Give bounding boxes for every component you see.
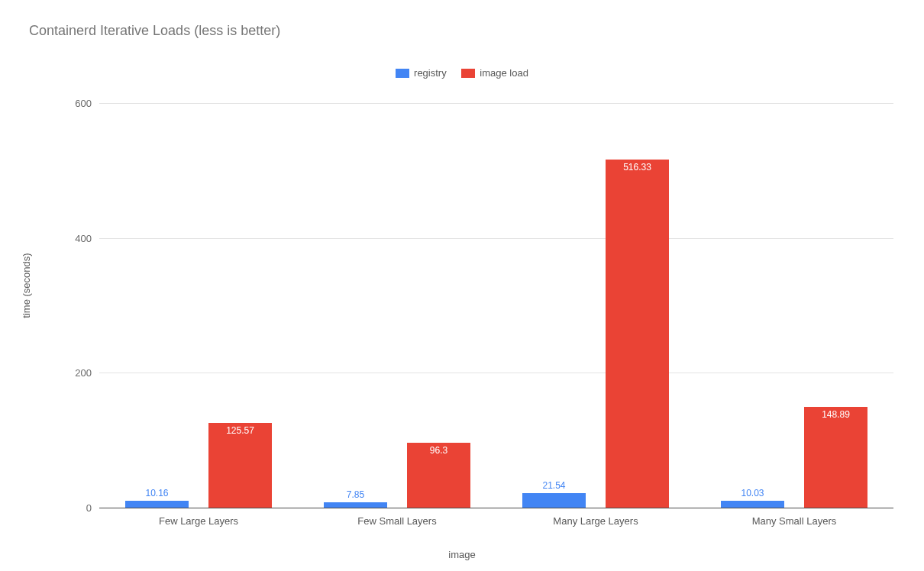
y-tick-label: 600 [61, 98, 92, 109]
legend-swatch-image-load [461, 69, 475, 78]
chart-container: Containerd Iterative Loads (less is bett… [0, 0, 924, 571]
bar-image-load: 148.89 [804, 407, 867, 508]
x-axis-title: image [0, 549, 924, 560]
bar-group: Few Large Layers10.16125.57 [99, 103, 298, 508]
bar-registry: 21.54 [522, 493, 586, 508]
legend-label-registry: registry [414, 67, 447, 79]
bar-value-label: 10.16 [125, 489, 189, 498]
bar-group: Few Small Layers7.8596.3 [298, 103, 496, 508]
y-tick-label: 0 [61, 502, 92, 514]
legend-item-registry: registry [396, 67, 447, 79]
legend-swatch-registry [396, 69, 409, 78]
category-label: Few Small Layers [298, 515, 496, 527]
bar-group: Many Small Layers10.03148.89 [695, 103, 893, 508]
y-tick-label: 400 [61, 232, 92, 244]
category-label: Few Large Layers [99, 515, 298, 527]
legend-label-image-load: image load [480, 67, 528, 79]
bar-value-label: 148.89 [804, 410, 867, 419]
bar-value-label: 516.33 [606, 163, 669, 172]
bar-image-load: 125.57 [208, 423, 272, 508]
bar-registry: 10.03 [721, 501, 784, 508]
bar-value-label: 7.85 [324, 490, 387, 499]
y-tick-label: 200 [61, 367, 92, 379]
bar-image-load: 516.33 [606, 160, 669, 508]
plot-area: Few Large Layers10.16125.57Few Small Lay… [99, 103, 893, 508]
bar-image-load: 96.3 [407, 443, 470, 508]
bar-registry: 10.16 [125, 501, 189, 508]
bar-registry: 7.85 [324, 502, 387, 508]
y-axis-title: time (seconds) [21, 253, 32, 318]
bar-value-label: 125.57 [208, 426, 272, 435]
bar-group: Many Large Layers21.54516.33 [496, 103, 695, 508]
chart-title: Containerd Iterative Loads (less is bett… [29, 23, 280, 39]
category-label: Many Large Layers [496, 515, 695, 527]
bar-value-label: 96.3 [407, 446, 470, 455]
bar-value-label: 21.54 [522, 481, 586, 490]
legend: registry image load [0, 67, 924, 80]
category-label: Many Small Layers [695, 515, 893, 527]
bar-value-label: 10.03 [721, 489, 784, 498]
legend-item-image-load: image load [461, 67, 528, 79]
